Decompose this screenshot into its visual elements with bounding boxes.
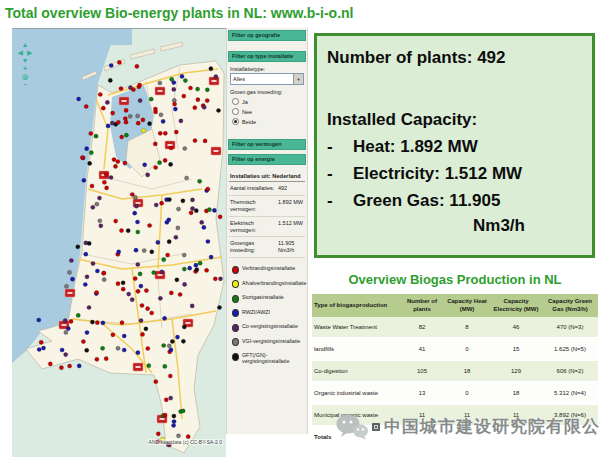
plant-marker[interactable] <box>198 179 202 183</box>
plant-marker[interactable] <box>121 287 125 291</box>
plant-marker[interactable] <box>146 173 150 177</box>
plant-marker[interactable] <box>69 258 73 262</box>
plant-marker[interactable] <box>205 99 209 103</box>
plant-marker[interactable] <box>134 204 138 208</box>
plant-marker[interactable] <box>141 118 145 122</box>
plant-marker[interactable] <box>37 318 41 322</box>
plant-marker[interactable] <box>217 305 221 309</box>
plant-marker[interactable] <box>98 219 102 223</box>
plant-marker[interactable] <box>81 340 85 344</box>
radio-beide[interactable]: Beide <box>232 118 307 125</box>
plant-marker[interactable] <box>167 240 171 244</box>
plant-marker[interactable] <box>83 282 87 286</box>
plant-marker[interactable] <box>110 121 114 125</box>
plant-marker[interactable] <box>218 277 222 281</box>
plant-marker[interactable] <box>198 261 202 265</box>
plant-marker[interactable] <box>146 346 150 350</box>
plant-marker[interactable] <box>200 220 204 224</box>
plant-marker[interactable] <box>163 158 167 162</box>
plant-marker[interactable] <box>142 129 146 133</box>
plant-marker[interactable] <box>101 106 105 110</box>
zoom-in-icon[interactable]: + <box>15 65 35 73</box>
plant-marker[interactable] <box>159 113 163 117</box>
plant-marker[interactable] <box>95 321 99 325</box>
plant-marker[interactable] <box>117 250 121 254</box>
plant-marker[interactable] <box>185 176 189 180</box>
plant-marker[interactable] <box>158 131 162 135</box>
plant-marker[interactable] <box>196 87 200 91</box>
plant-marker[interactable] <box>164 398 168 402</box>
plant-marker[interactable] <box>156 432 160 436</box>
plant-marker[interactable] <box>205 88 209 92</box>
plant-marker[interactable] <box>68 364 72 368</box>
pan-up-icon[interactable]: ▲ <box>15 41 35 49</box>
plant-marker[interactable] <box>179 119 183 123</box>
plant-marker[interactable] <box>124 133 128 137</box>
plant-marker[interactable] <box>138 83 142 87</box>
plant-marker[interactable] <box>165 220 169 224</box>
plant-marker[interactable] <box>158 161 162 165</box>
plant-marker[interactable] <box>64 353 68 357</box>
plant-marker[interactable] <box>203 139 207 143</box>
plant-marker[interactable] <box>60 348 64 352</box>
plant-marker[interactable] <box>170 339 174 343</box>
plant-marker[interactable] <box>101 346 105 350</box>
plant-marker[interactable] <box>169 146 173 150</box>
plant-marker[interactable] <box>213 277 217 281</box>
plant-marker[interactable] <box>142 249 146 253</box>
plant-marker[interactable] <box>172 414 176 418</box>
plant-marker[interactable] <box>140 332 144 336</box>
plant-marker[interactable] <box>91 262 95 266</box>
plant-marker[interactable] <box>161 119 165 123</box>
plant-marker[interactable] <box>153 142 157 146</box>
plant-marker[interactable] <box>111 333 115 337</box>
plant-marker[interactable] <box>37 347 41 351</box>
plant-marker[interactable] <box>98 92 102 96</box>
plant-marker[interactable] <box>150 311 154 315</box>
plant-marker[interactable] <box>206 187 210 191</box>
pan-right-icon[interactable]: ▶ <box>27 49 32 57</box>
plant-marker[interactable] <box>190 304 194 308</box>
plant-marker[interactable] <box>69 319 73 323</box>
plant-marker[interactable] <box>172 87 176 91</box>
plant-marker[interactable] <box>67 270 71 274</box>
plant-marker[interactable] <box>89 131 93 135</box>
radio-button[interactable] <box>232 118 239 125</box>
plant-marker[interactable] <box>175 335 179 339</box>
plant-marker[interactable] <box>102 271 106 275</box>
plant-marker[interactable] <box>139 319 143 323</box>
plant-marker[interactable] <box>139 284 143 288</box>
plant-marker[interactable] <box>182 253 186 257</box>
plant-marker[interactable] <box>163 413 167 417</box>
filter-type-header[interactable]: Filter op type installatie <box>228 51 306 62</box>
pan-down-icon[interactable]: ▼ <box>15 57 35 65</box>
filter-energy-header[interactable]: Filter op energie <box>228 154 306 165</box>
plant-marker[interactable] <box>97 196 101 200</box>
plant-marker[interactable] <box>80 156 84 160</box>
plant-marker[interactable] <box>181 199 185 203</box>
plant-marker[interactable] <box>190 207 194 211</box>
plant-marker[interactable] <box>99 224 103 228</box>
plant-marker[interactable] <box>183 146 187 150</box>
plant-marker[interactable] <box>206 239 210 243</box>
plant-marker[interactable] <box>182 94 186 98</box>
filter-geo-header[interactable]: Filter op geografie <box>228 30 306 41</box>
plant-marker[interactable] <box>188 266 192 270</box>
plant-marker[interactable] <box>117 60 121 64</box>
plant-marker[interactable] <box>122 348 126 352</box>
plant-marker[interactable] <box>63 319 67 323</box>
plant-marker[interactable] <box>94 134 98 138</box>
plant-marker[interactable] <box>173 102 177 106</box>
plant-marker[interactable] <box>134 248 138 252</box>
plant-marker[interactable] <box>144 327 148 331</box>
plant-marker[interactable] <box>183 79 187 83</box>
plant-marker[interactable] <box>148 122 152 126</box>
plant-marker[interactable] <box>150 250 154 254</box>
plant-marker[interactable] <box>95 269 99 273</box>
plant-marker[interactable] <box>123 161 127 165</box>
plant-marker[interactable] <box>104 173 108 177</box>
radio-nee[interactable]: Nee <box>232 108 307 115</box>
plant-marker[interactable] <box>111 111 115 115</box>
plant-marker[interactable] <box>138 272 142 276</box>
plant-marker[interactable] <box>193 139 197 143</box>
